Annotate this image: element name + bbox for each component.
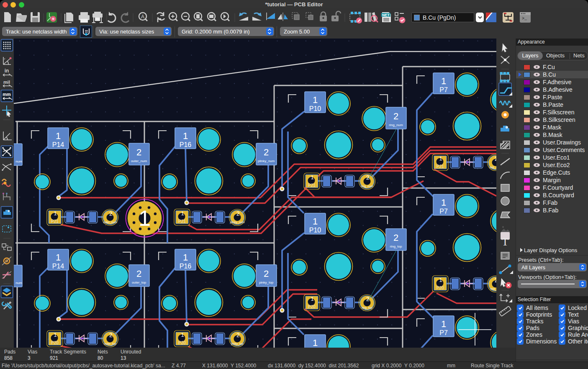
svg-text:2: 2 bbox=[495, 277, 496, 284]
svg-text:ring_top: ring_top bbox=[362, 306, 372, 310]
svg-text:P14: P14 bbox=[52, 263, 64, 270]
svg-text:NET: NET bbox=[382, 13, 390, 17]
svg-text:outer_top: outer_top bbox=[132, 281, 146, 284]
svg-text:1: 1 bbox=[313, 216, 318, 227]
svg-text:1: 1 bbox=[313, 338, 318, 348]
svg-text:1: 1 bbox=[181, 332, 184, 338]
svg-text:plinky_num: plinky_num bbox=[230, 221, 245, 224]
svg-text:num: num bbox=[15, 160, 22, 163]
svg-text:P7: P7 bbox=[439, 208, 448, 215]
svg-text:outer_num: outer_num bbox=[103, 221, 117, 224]
svg-text:2: 2 bbox=[495, 155, 496, 162]
svg-text:1: 1 bbox=[183, 131, 188, 141]
svg-text:ring_top: ring_top bbox=[390, 245, 402, 248]
svg-text:plinky_num: plinky_num bbox=[258, 159, 275, 163]
svg-text:A: A bbox=[141, 14, 144, 20]
svg-text:2: 2 bbox=[136, 268, 141, 279]
svg-text:pinky_top: pinky_top bbox=[259, 281, 274, 284]
svg-text:pinky_top: pinky_top bbox=[231, 342, 244, 346]
svg-text:P20: P20 bbox=[178, 341, 186, 345]
svg-text:mil: mil bbox=[3, 80, 10, 85]
svg-text:P21: P21 bbox=[51, 219, 59, 224]
svg-text:P7: P7 bbox=[439, 329, 448, 336]
svg-text:r: r bbox=[4, 57, 5, 61]
svg-text:1: 1 bbox=[313, 95, 318, 105]
svg-text:1: 1 bbox=[311, 174, 313, 181]
svg-text:P21: P21 bbox=[178, 219, 186, 224]
svg-text:1: 1 bbox=[439, 277, 442, 283]
svg-text:P7: P7 bbox=[439, 86, 448, 93]
svg-text:1: 1 bbox=[183, 252, 188, 263]
svg-text:2: 2 bbox=[236, 210, 240, 217]
svg-text:mm: mm bbox=[3, 92, 11, 97]
svg-text:1: 1 bbox=[54, 210, 56, 217]
svg-text:1: 1 bbox=[56, 252, 61, 263]
svg-text:2: 2 bbox=[264, 268, 269, 279]
svg-text:2: 2 bbox=[393, 111, 398, 121]
svg-text:1: 1 bbox=[54, 332, 56, 338]
svg-text:1: 1 bbox=[181, 210, 184, 217]
svg-text:1: 1 bbox=[56, 131, 61, 141]
svg-text:1: 1 bbox=[139, 206, 151, 230]
svg-text:2: 2 bbox=[264, 147, 269, 157]
svg-text:P21: P21 bbox=[437, 164, 444, 169]
svg-text:1: 1 bbox=[441, 76, 446, 86]
svg-text:P16: P16 bbox=[180, 263, 192, 270]
svg-text:2: 2 bbox=[393, 232, 398, 243]
svg-text:P20: P20 bbox=[308, 304, 316, 309]
svg-text:mid_num: mid_num bbox=[490, 166, 496, 169]
svg-text:1: 1 bbox=[439, 155, 442, 162]
svg-text:P14: P14 bbox=[52, 141, 64, 148]
svg-text:outer_top: outer_top bbox=[104, 342, 116, 346]
svg-text:1: 1 bbox=[441, 197, 446, 208]
svg-text:2: 2 bbox=[109, 210, 113, 217]
svg-text:P16: P16 bbox=[180, 141, 192, 148]
svg-text:mid_top: mid_top bbox=[490, 287, 496, 291]
svg-text:in: in bbox=[5, 68, 9, 74]
svg-text:1: 1 bbox=[311, 296, 313, 302]
svg-text:2: 2 bbox=[136, 147, 141, 157]
svg-text:P10: P10 bbox=[309, 227, 321, 234]
svg-text:2: 2 bbox=[236, 332, 240, 338]
svg-text:>_: >_ bbox=[522, 16, 527, 21]
svg-text:num: num bbox=[15, 281, 22, 285]
svg-text:P20: P20 bbox=[437, 286, 444, 290]
svg-text:1: 1 bbox=[441, 319, 446, 329]
svg-text:ring_num: ring_num bbox=[389, 123, 403, 127]
svg-text:P10: P10 bbox=[309, 105, 321, 112]
svg-text:2: 2 bbox=[109, 332, 113, 338]
svg-text:P21: P21 bbox=[308, 183, 316, 188]
svg-text:P20: P20 bbox=[51, 341, 59, 345]
svg-text:ring_num: ring_num bbox=[361, 185, 373, 188]
svg-text:outer_num: outer_num bbox=[131, 159, 147, 163]
svg-text:T: T bbox=[502, 236, 508, 248]
